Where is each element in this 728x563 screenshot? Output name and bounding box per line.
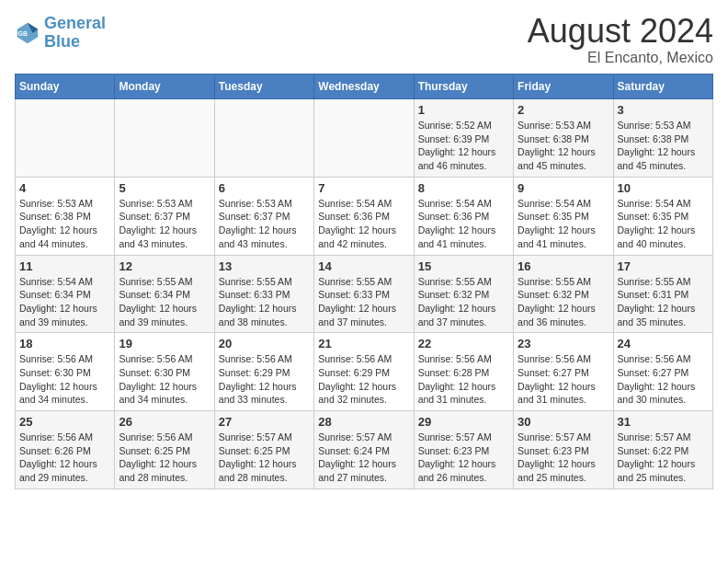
weekday-header: Friday bbox=[514, 75, 613, 99]
day-number: 25 bbox=[19, 415, 110, 429]
weekday-header: Sunday bbox=[16, 75, 115, 99]
calendar-week-row: 4Sunrise: 5:53 AM Sunset: 6:38 PM Daylig… bbox=[16, 177, 713, 255]
calendar-week-row: 11Sunrise: 5:54 AM Sunset: 6:34 PM Dayli… bbox=[16, 255, 713, 333]
calendar-cell: 17Sunrise: 5:55 AM Sunset: 6:31 PM Dayli… bbox=[613, 255, 712, 333]
day-info: Sunrise: 5:57 AM Sunset: 6:23 PM Dayligh… bbox=[518, 431, 609, 485]
day-info: Sunrise: 5:53 AM Sunset: 6:38 PM Dayligh… bbox=[19, 197, 110, 251]
day-number: 17 bbox=[618, 259, 709, 273]
calendar-cell: 3Sunrise: 5:53 AM Sunset: 6:38 PM Daylig… bbox=[613, 99, 712, 178]
day-info: Sunrise: 5:56 AM Sunset: 6:25 PM Dayligh… bbox=[119, 431, 210, 485]
calendar-cell: 9Sunrise: 5:54 AM Sunset: 6:35 PM Daylig… bbox=[514, 177, 613, 255]
calendar-cell: 19Sunrise: 5:56 AM Sunset: 6:30 PM Dayli… bbox=[115, 333, 214, 411]
day-number: 24 bbox=[618, 337, 709, 350]
day-info: Sunrise: 5:55 AM Sunset: 6:31 PM Dayligh… bbox=[618, 275, 709, 329]
calendar-cell: 7Sunrise: 5:54 AM Sunset: 6:36 PM Daylig… bbox=[314, 177, 414, 255]
calendar-cell: 18Sunrise: 5:56 AM Sunset: 6:30 PM Dayli… bbox=[16, 333, 115, 411]
calendar-cell: 15Sunrise: 5:55 AM Sunset: 6:32 PM Dayli… bbox=[414, 255, 513, 333]
weekday-header: Saturday bbox=[613, 75, 712, 99]
day-number: 29 bbox=[418, 415, 509, 429]
day-number: 20 bbox=[219, 337, 310, 350]
calendar-week-row: 25Sunrise: 5:56 AM Sunset: 6:26 PM Dayli… bbox=[16, 411, 713, 489]
day-info: Sunrise: 5:53 AM Sunset: 6:38 PM Dayligh… bbox=[518, 119, 609, 173]
day-number: 14 bbox=[318, 259, 409, 273]
weekday-header: Monday bbox=[115, 75, 214, 99]
day-info: Sunrise: 5:56 AM Sunset: 6:29 PM Dayligh… bbox=[219, 352, 310, 407]
day-info: Sunrise: 5:54 AM Sunset: 6:36 PM Dayligh… bbox=[318, 197, 409, 251]
day-number: 23 bbox=[518, 337, 609, 350]
day-info: Sunrise: 5:53 AM Sunset: 6:37 PM Dayligh… bbox=[119, 197, 210, 251]
calendar-cell: 11Sunrise: 5:54 AM Sunset: 6:34 PM Dayli… bbox=[16, 255, 115, 333]
day-info: Sunrise: 5:54 AM Sunset: 6:36 PM Dayligh… bbox=[418, 197, 509, 251]
day-info: Sunrise: 5:53 AM Sunset: 6:38 PM Dayligh… bbox=[618, 119, 709, 173]
day-number: 1 bbox=[418, 103, 509, 117]
calendar-cell: 30Sunrise: 5:57 AM Sunset: 6:23 PM Dayli… bbox=[514, 411, 613, 489]
day-info: Sunrise: 5:55 AM Sunset: 6:32 PM Dayligh… bbox=[418, 275, 509, 329]
calendar-cell: 29Sunrise: 5:57 AM Sunset: 6:23 PM Dayli… bbox=[414, 411, 513, 489]
calendar-cell: 28Sunrise: 5:57 AM Sunset: 6:24 PM Dayli… bbox=[314, 411, 414, 489]
day-info: Sunrise: 5:53 AM Sunset: 6:37 PM Dayligh… bbox=[219, 197, 310, 251]
logo: GB GeneralBlue bbox=[15, 15, 106, 52]
day-info: Sunrise: 5:54 AM Sunset: 6:34 PM Dayligh… bbox=[19, 275, 110, 329]
day-number: 21 bbox=[318, 337, 409, 350]
calendar-cell: 6Sunrise: 5:53 AM Sunset: 6:37 PM Daylig… bbox=[214, 177, 313, 255]
calendar-cell: 26Sunrise: 5:56 AM Sunset: 6:25 PM Dayli… bbox=[115, 411, 214, 489]
day-number: 31 bbox=[618, 415, 709, 429]
calendar-subtitle: El Encanto, Mexico bbox=[528, 50, 713, 66]
day-number: 7 bbox=[318, 181, 409, 195]
day-info: Sunrise: 5:56 AM Sunset: 6:30 PM Dayligh… bbox=[119, 352, 210, 407]
day-number: 30 bbox=[518, 415, 609, 429]
day-number: 10 bbox=[618, 181, 709, 195]
day-number: 8 bbox=[418, 181, 509, 195]
day-number: 11 bbox=[19, 259, 110, 273]
calendar-cell: 25Sunrise: 5:56 AM Sunset: 6:26 PM Dayli… bbox=[16, 411, 115, 489]
day-number: 15 bbox=[418, 259, 509, 273]
day-number: 18 bbox=[19, 337, 110, 350]
logo-text: GeneralBlue bbox=[44, 15, 106, 52]
weekday-header: Thursday bbox=[414, 75, 513, 99]
day-info: Sunrise: 5:56 AM Sunset: 6:27 PM Dayligh… bbox=[518, 352, 609, 407]
logo-icon: GB bbox=[15, 20, 40, 46]
weekday-header: Tuesday bbox=[214, 75, 313, 99]
calendar-cell: 21Sunrise: 5:56 AM Sunset: 6:29 PM Dayli… bbox=[314, 333, 414, 411]
day-number: 12 bbox=[119, 259, 210, 273]
calendar-cell: 24Sunrise: 5:56 AM Sunset: 6:27 PM Dayli… bbox=[613, 333, 712, 411]
day-info: Sunrise: 5:56 AM Sunset: 6:26 PM Dayligh… bbox=[19, 431, 110, 485]
day-number: 5 bbox=[119, 181, 210, 195]
day-info: Sunrise: 5:57 AM Sunset: 6:25 PM Dayligh… bbox=[219, 431, 310, 485]
calendar-cell bbox=[16, 99, 115, 178]
calendar-table: SundayMondayTuesdayWednesdayThursdayFrid… bbox=[15, 74, 713, 489]
day-info: Sunrise: 5:56 AM Sunset: 6:29 PM Dayligh… bbox=[318, 352, 409, 407]
day-info: Sunrise: 5:54 AM Sunset: 6:35 PM Dayligh… bbox=[618, 197, 709, 251]
calendar-cell: 10Sunrise: 5:54 AM Sunset: 6:35 PM Dayli… bbox=[613, 177, 712, 255]
calendar-cell: 5Sunrise: 5:53 AM Sunset: 6:37 PM Daylig… bbox=[115, 177, 214, 255]
day-number: 4 bbox=[19, 181, 110, 195]
svg-text:GB: GB bbox=[18, 30, 28, 37]
calendar-cell: 22Sunrise: 5:56 AM Sunset: 6:28 PM Dayli… bbox=[414, 333, 513, 411]
calendar-cell: 14Sunrise: 5:55 AM Sunset: 6:33 PM Dayli… bbox=[314, 255, 414, 333]
calendar-week-row: 18Sunrise: 5:56 AM Sunset: 6:30 PM Dayli… bbox=[16, 333, 713, 411]
day-number: 28 bbox=[318, 415, 409, 429]
logo-line1: General bbox=[44, 14, 106, 32]
day-info: Sunrise: 5:54 AM Sunset: 6:35 PM Dayligh… bbox=[518, 197, 609, 251]
calendar-cell: 1Sunrise: 5:52 AM Sunset: 6:39 PM Daylig… bbox=[414, 99, 513, 178]
day-info: Sunrise: 5:57 AM Sunset: 6:23 PM Dayligh… bbox=[418, 431, 509, 485]
calendar-cell bbox=[314, 99, 414, 178]
page-header: GB GeneralBlue August 2024 El Encanto, M… bbox=[15, 15, 713, 66]
calendar-cell: 16Sunrise: 5:55 AM Sunset: 6:32 PM Dayli… bbox=[514, 255, 613, 333]
calendar-cell: 12Sunrise: 5:55 AM Sunset: 6:34 PM Dayli… bbox=[115, 255, 214, 333]
day-number: 22 bbox=[418, 337, 509, 350]
day-info: Sunrise: 5:57 AM Sunset: 6:24 PM Dayligh… bbox=[318, 431, 409, 485]
day-number: 26 bbox=[119, 415, 210, 429]
calendar-cell: 31Sunrise: 5:57 AM Sunset: 6:22 PM Dayli… bbox=[613, 411, 712, 489]
calendar-cell: 2Sunrise: 5:53 AM Sunset: 6:38 PM Daylig… bbox=[514, 99, 613, 178]
day-info: Sunrise: 5:55 AM Sunset: 6:33 PM Dayligh… bbox=[318, 275, 409, 329]
day-info: Sunrise: 5:55 AM Sunset: 6:33 PM Dayligh… bbox=[219, 275, 310, 329]
day-number: 27 bbox=[219, 415, 310, 429]
calendar-title: August 2024 bbox=[528, 15, 713, 48]
day-number: 19 bbox=[119, 337, 210, 350]
calendar-cell: 20Sunrise: 5:56 AM Sunset: 6:29 PM Dayli… bbox=[214, 333, 313, 411]
day-number: 3 bbox=[618, 103, 709, 117]
calendar-cell bbox=[214, 99, 313, 178]
day-info: Sunrise: 5:52 AM Sunset: 6:39 PM Dayligh… bbox=[418, 119, 509, 173]
weekday-header-row: SundayMondayTuesdayWednesdayThursdayFrid… bbox=[16, 75, 713, 99]
